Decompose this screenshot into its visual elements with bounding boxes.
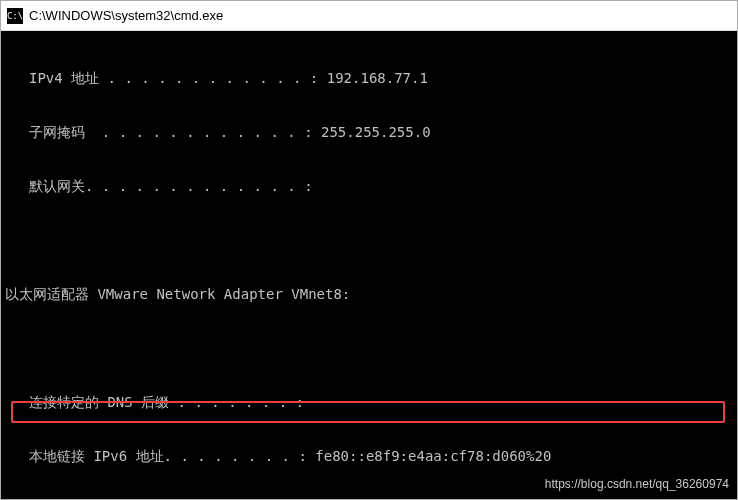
cmd-icon: C:\ — [7, 8, 23, 24]
adapter-header: 以太网适配器 VMware Network Adapter VMnet8: — [1, 285, 737, 303]
watermark: https://blog.csdn.net/qq_36260974 — [545, 475, 729, 493]
output-line: 默认网关. . . . . . . . . . . . . : — [1, 177, 737, 195]
window-title: C:\WINDOWS\system32\cmd.exe — [29, 8, 223, 23]
output-line: IPv4 地址 . . . . . . . . . . . . : 192.16… — [1, 69, 737, 87]
blank-line — [1, 339, 737, 357]
output-line: 本地链接 IPv6 地址. . . . . . . . : fe80::e8f9… — [1, 447, 737, 465]
output-line: 连接特定的 DNS 后缀 . . . . . . . : — [1, 393, 737, 411]
blank-line — [1, 231, 737, 249]
titlebar[interactable]: C:\ C:\WINDOWS\system32\cmd.exe — [1, 1, 737, 31]
cmd-window: C:\ C:\WINDOWS\system32\cmd.exe IPv4 地址 … — [0, 0, 738, 500]
output-line: 子网掩码 . . . . . . . . . . . . : 255.255.2… — [1, 123, 737, 141]
terminal-output[interactable]: IPv4 地址 . . . . . . . . . . . . : 192.16… — [1, 31, 737, 499]
